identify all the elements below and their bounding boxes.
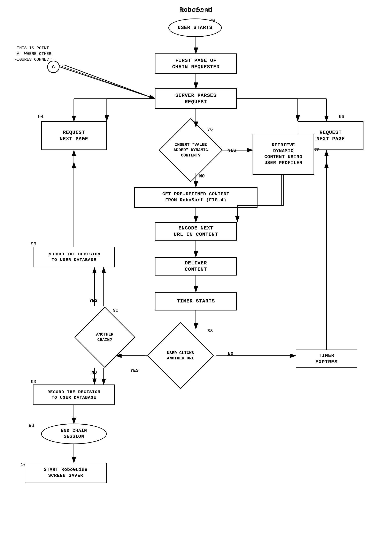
no-label-clicks: NO [228, 352, 233, 357]
record-decision-bot-node: RECORD THE DECISION TO USER DATABASE [33, 385, 115, 405]
encode-next-url-node: ENCODE NEXT URL IN CONTENT [155, 222, 237, 241]
yes-label-insert: YES [228, 148, 236, 153]
no-label-insert: NO [199, 174, 205, 179]
diagram-container: RoboSend [0, 0, 392, 542]
ref-93-bot: 93 [31, 379, 36, 385]
user-clicks-diamond: USER CLICKS ANOTHER URL [145, 329, 217, 382]
first-page-node: FIRST PAGE OF CHAIN REQUESTED [155, 54, 237, 74]
svg-line-26 [58, 65, 155, 99]
timer-expires-node: TIMER EXPIRES [296, 350, 357, 368]
retrieve-dynamic-node: RETRIEVE DYNAMIC CONTENT USING USER PROF… [253, 134, 314, 175]
deliver-content-node: DELIVER CONTENT [155, 257, 237, 276]
ref-78: 78 [314, 148, 319, 153]
insert-value-diamond: INSERT "VALUE ADDED" DYNAMIC CONTENT? [155, 127, 227, 173]
timer-starts-node: TIMER STARTS [155, 292, 237, 310]
record-decision-top-node: RECORD THE DECISION TO USER DATABASE [33, 247, 115, 267]
diagram-title: RoboSend [164, 6, 226, 14]
no-label-chain: NO [91, 370, 97, 375]
point-a-note: THIS IS POINT "A" WHERE OTHER FIGURES CO… [12, 45, 53, 63]
svg-line-30 [59, 67, 155, 99]
user-starts-node: USER STARTS [168, 18, 222, 37]
request-next-left-node: REQUEST NEXT PAGE [41, 121, 107, 150]
start-roboguide-node: START RoboGuide SCREEN SAVER [25, 463, 107, 483]
svg-line-27 [64, 65, 155, 99]
ref-93-top: 93 [31, 242, 36, 247]
server-parses-node: SERVER PARSES REQUEST [155, 88, 237, 109]
point-a-circle: A [47, 61, 59, 73]
yes-label-clicks: YES [130, 368, 139, 373]
yes-label-chain: YES [89, 298, 98, 303]
another-chain-diamond: ANOTHER CHAIN? [73, 306, 137, 368]
ref-94: 94 [38, 114, 43, 119]
get-predefined-node: GET PRE-DEFINED CONTENT FROM RoboSurf (F… [134, 187, 258, 208]
end-chain-node: END CHAIN SESSION [41, 423, 107, 444]
ref-96: 96 [339, 114, 344, 119]
ref-98: 98 [29, 423, 34, 428]
